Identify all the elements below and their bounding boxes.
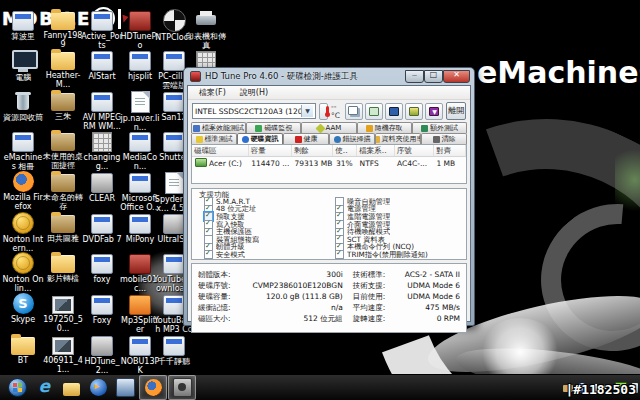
column-header: 檔案系.. — [357, 145, 395, 156]
info-row: 技術支援:UDMA Mode 6 — [353, 280, 460, 291]
tab-label: 檔案效能測試 — [202, 123, 244, 133]
tab-標準測試[interactable]: 標準測試 — [191, 133, 237, 144]
internet-explorer-button[interactable] — [31, 376, 57, 399]
copy-list-icon[interactable] — [365, 103, 383, 120]
desktop-icon-label: Norton Intern... — [2, 235, 44, 253]
desktop: eMachines MOBILE 算波里Fanny1989Active_Port… — [0, 0, 640, 400]
health-icon — [295, 136, 302, 143]
download-icon[interactable] — [425, 103, 443, 120]
drive-selector[interactable]: INTEL SSDSC2CT120A3 (120 gB) ▼ — [192, 103, 316, 119]
media-player-button[interactable] — [85, 376, 111, 399]
desktop-icon[interactable]: 406911_41... — [42, 334, 84, 374]
folder-icon — [51, 12, 75, 30]
table-row[interactable]: Acer (C:)114470 ...79313 MB31%NTFSAC4C-.… — [192, 157, 466, 169]
desktop-icon[interactable]: 三朱 — [42, 90, 84, 121]
desktop-icon-label: Fanny1989 — [42, 31, 84, 49]
hdtune-button[interactable] — [168, 375, 196, 400]
temperature-button[interactable] — [319, 103, 328, 120]
tab-錯誤掃描[interactable]: 錯誤掃描 — [329, 133, 375, 144]
capture-icon[interactable] — [405, 103, 423, 120]
copy-icon-glyph — [348, 106, 358, 115]
app-icon — [91, 254, 113, 274]
tab-隨機存取[interactable]: 隨機存取 — [357, 122, 412, 133]
info-value: CVMP2386010E120BGN — [231, 281, 343, 290]
desktop-icon-label: 197250_50... — [42, 315, 84, 333]
column-header: 容量 — [249, 145, 292, 156]
image-icon — [52, 296, 74, 314]
info-row: 磁區大小:512 位元組 — [198, 313, 343, 324]
desktop-icon[interactable]: 未使用的桌面捷徑 — [42, 130, 84, 170]
chevron-down-icon[interactable]: ▼ — [301, 105, 313, 117]
tab-清除[interactable]: 清除 — [421, 133, 467, 144]
partition-table[interactable]: 磁碟區容量剩餘使..檔案系..序號對齊 Acer (C:)114470 ...7… — [191, 144, 467, 184]
desktop-icon[interactable]: AVI MPEG RM WM... — [81, 90, 123, 131]
desktop-icon[interactable]: Foxy — [81, 293, 123, 325]
desktop-icon[interactable]: 資源回收筒 — [2, 90, 44, 122]
save-icon[interactable] — [385, 103, 403, 120]
computer-icon — [11, 50, 35, 72]
desktop-icon[interactable]: Fanny1989 — [42, 9, 84, 49]
tab-AAM[interactable]: AAM — [301, 122, 356, 133]
desktop-icon[interactable]: 田共圖雅 — [42, 212, 84, 243]
desktop-icon[interactable]: 印表機和傳真 — [185, 9, 227, 50]
desktop-icon[interactable]: changingg... — [81, 130, 123, 171]
desktop-icon[interactable]: Mozilla Firefox — [2, 171, 44, 211]
copy-icon[interactable] — [345, 103, 363, 120]
desktop-icon-label: DVDFab 7 — [81, 235, 123, 244]
desktop-icon-label: Foxy — [81, 316, 123, 325]
start-button[interactable] — [4, 376, 30, 399]
info-value: 120.0 gB (111.8 GB) — [231, 292, 343, 301]
folder-icon — [63, 383, 80, 396]
tab-檔案效能測試[interactable]: 檔案效能測試 — [191, 122, 246, 133]
desktop-app-button[interactable] — [112, 376, 138, 399]
desktop-icon[interactable]: 電腦 — [2, 49, 44, 82]
desktop-icon[interactable]: 千千靜聽 — [153, 334, 195, 366]
desktop-icon[interactable]: AlStart — [81, 49, 123, 81]
desktop-icon[interactable]: Norton Intern... — [2, 212, 44, 253]
column-header: 使.. — [333, 145, 357, 156]
info-icon — [242, 136, 249, 143]
desktop-icon[interactable]: 197250_50... — [42, 293, 84, 333]
tab-硬碟資訊[interactable]: 硬碟資訊 — [237, 133, 283, 144]
desktop-icon[interactable]: eMachines 相冊 — [2, 130, 44, 171]
desktop-icon[interactable]: 算波里 — [2, 9, 44, 41]
info-value: UDMA Mode 6 — [385, 281, 460, 290]
firefox-button[interactable] — [139, 375, 167, 400]
tab-資料夾使用率[interactable]: 資料夾使用率 — [375, 133, 421, 144]
menu-item-0[interactable]: 檔案(F) — [192, 87, 233, 98]
firefox-icon — [13, 171, 34, 192]
desktop-icon[interactable]: BT — [2, 334, 44, 365]
doc-icon — [131, 91, 150, 113]
close-button[interactable] — [443, 70, 470, 83]
menu-item-1[interactable]: 說明(H) — [233, 87, 275, 98]
checkbox[interactable] — [335, 250, 344, 259]
desktop-icon[interactable]: 未命名的轉存 — [42, 171, 84, 211]
info-value: 300i — [231, 270, 343, 279]
windows-explorer-button[interactable] — [58, 376, 84, 399]
desktop-icon[interactable]: Skype — [2, 293, 44, 324]
desktop-icon[interactable]: 影片轉檔 — [42, 252, 84, 283]
checkbox[interactable] — [204, 250, 213, 259]
minimize-button[interactable] — [405, 70, 424, 83]
maximize-button[interactable] — [424, 70, 443, 83]
tab-磁碟監視[interactable]: 磁碟監視 — [246, 122, 301, 133]
desktop-icon[interactable]: Active_Ports — [81, 9, 123, 50]
app-icon — [129, 51, 151, 71]
app-icon — [129, 132, 151, 152]
info-row: 緩衝記憶:n/a — [198, 302, 343, 313]
desktop-icon[interactable]: DVDFab 7 — [81, 212, 123, 244]
desktop-icon[interactable]: foxy — [81, 252, 123, 284]
temperature-value: -- °C — [331, 102, 342, 120]
desktop-icon[interactable]: Norton Onlin... — [2, 252, 44, 293]
desktop-icon[interactable]: Heather-M... — [42, 49, 84, 89]
tab-額外測試[interactable]: 額外測試 — [412, 122, 467, 133]
tab-健康[interactable]: 健康 — [283, 133, 329, 144]
column-header: 對齊 — [434, 145, 466, 156]
table-cell: NTFS — [358, 159, 395, 168]
desktop-icon[interactable]: CLEAR — [81, 171, 123, 203]
window-titlebar[interactable]: HD Tune Pro 4.60 - 硬碟檢測-維護工具 — [184, 68, 474, 84]
desktop-icon[interactable]: HDTune_2... — [81, 334, 123, 375]
app-icon — [91, 11, 113, 31]
exit-button[interactable]: 離開 — [446, 102, 466, 120]
checkbox-label: TRIM指令(禁用刪除通知) — [347, 250, 428, 260]
